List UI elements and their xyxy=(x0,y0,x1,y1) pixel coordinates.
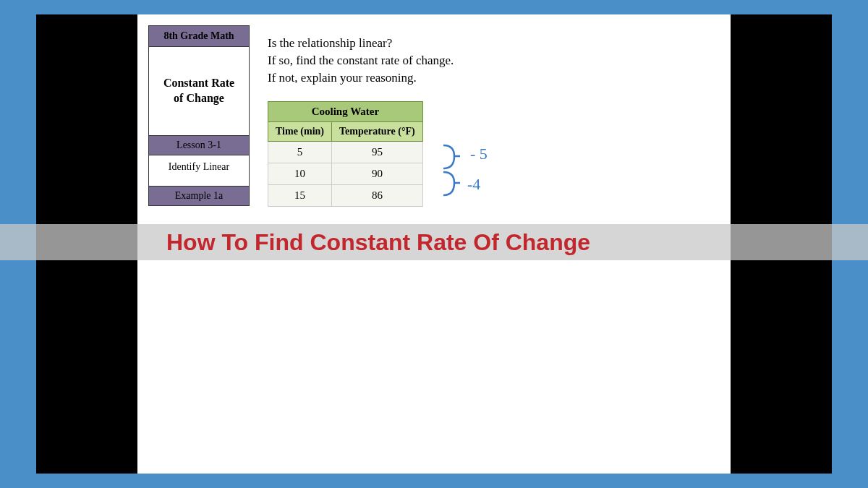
lesson-sidebar: 8th Grade Math Constant Rate of Change L… xyxy=(148,25,250,206)
table-row: 15 86 xyxy=(268,185,423,207)
table-cell-temp: 90 xyxy=(332,163,423,185)
table-col1-header: Time (min) xyxy=(268,122,332,142)
overlay-title: How To Find Constant Rate Of Change xyxy=(166,229,590,256)
question-block: Is the relationship linear? If so, find … xyxy=(268,35,454,86)
handwritten-diff-1: - 5 xyxy=(470,145,488,163)
question-line3: If not, explain your reasoning. xyxy=(268,69,454,87)
cooling-water-table: Cooling Water Time (min) Temperature (°F… xyxy=(268,101,423,207)
title-overlay-band: How To Find Constant Rate Of Change xyxy=(0,224,868,260)
question-line1: Is the relationship linear? xyxy=(268,35,454,52)
table-cell-time: 10 xyxy=(268,163,332,185)
table-row: 10 90 xyxy=(268,163,423,185)
sidebar-identify: Identify Linear xyxy=(149,155,249,187)
sidebar-lesson: Lesson 3-1 xyxy=(149,136,249,155)
table-cell-time: 15 xyxy=(268,185,332,207)
sidebar-topic-line1: Constant Rate xyxy=(163,77,234,89)
table-cell-time: 5 xyxy=(268,142,332,163)
bracket-icon xyxy=(441,170,463,199)
table-col2-header: Temperature (°F) xyxy=(332,122,423,142)
table-title: Cooling Water xyxy=(268,102,423,122)
sidebar-topic-line2: of Change xyxy=(174,92,224,104)
sidebar-topic: Constant Rate of Change xyxy=(149,47,249,136)
table-row: 5 95 xyxy=(268,142,423,163)
table-cell-temp: 95 xyxy=(332,142,423,163)
handwritten-diff-2: -4 xyxy=(467,175,480,194)
question-line2: If so, find the constant rate of change. xyxy=(268,52,454,69)
sidebar-grade: 8th Grade Math xyxy=(149,26,249,47)
table-cell-temp: 86 xyxy=(332,185,423,207)
bracket-icon xyxy=(441,143,463,172)
sidebar-example: Example 1a xyxy=(149,187,249,205)
